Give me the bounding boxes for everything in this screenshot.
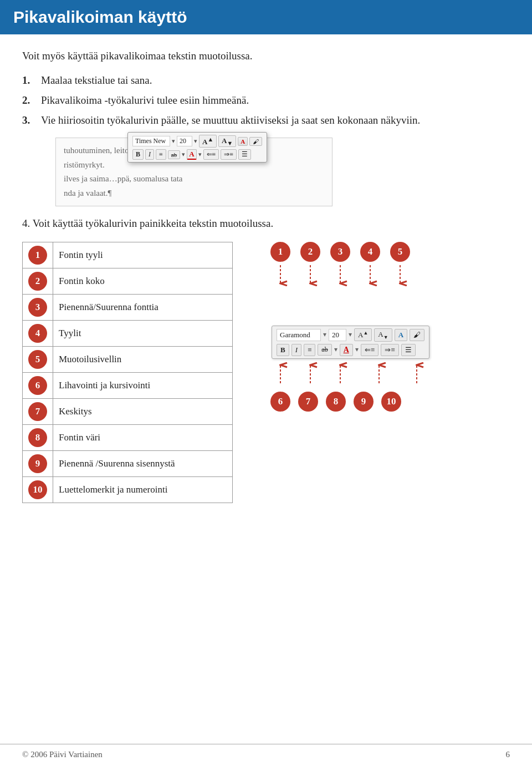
list-btn[interactable]: ☰ [238,149,251,160]
row-badge: 3 [23,295,53,321]
strikethrough-btn[interactable]: ab [168,150,180,159]
font-color-a-btn[interactable]: A [187,149,196,160]
t2-align-btn[interactable]: ≡ [304,344,315,356]
row-label: Muotoilusivellin [53,347,233,373]
table-row: 6Lihavointi ja kursivointi [23,373,233,399]
toolbar2-row1: Garamond ▾ 20 ▾ A▲ A▼ A 🖌 [277,328,424,342]
table-row: 9Pienennä /Suurenna sisennystä [23,451,233,477]
table-row: 8Fontin väri [23,425,233,451]
row-badge: 4 [23,321,53,347]
row-badge: 6 [23,373,53,399]
t2-list-btn[interactable]: ☰ [401,344,416,356]
align-btn[interactable]: ≡ [156,149,166,160]
step-2: 2. Pikavalikoima -työkalurivi tulee esii… [22,94,510,106]
annot-badge-3: 3 [330,242,350,262]
t2-grow-btn[interactable]: A▲ [354,328,372,341]
doc-line-4: nda ja valaat.¶ [64,186,324,201]
top-badges-row: 12345 [270,242,510,262]
format-btn[interactable]: 🖌 [249,137,262,146]
table-row: 2Fontin koko [23,268,233,295]
annot-badge-8: 8 [326,392,346,412]
page-content: Voit myös käyttää pikavalikoimaa tekstin… [0,50,532,536]
row-badge: 8 [23,425,53,451]
t2-strike-btn[interactable]: ab [318,344,331,356]
table-row: 4Tyylit [23,321,233,347]
annot-badge-10: 10 [381,392,401,412]
text-color-btn[interactable]: A [238,137,248,146]
badge-number: 2 [28,272,47,291]
demo-area: tuhoutuminen, leiton kuvuna, salanat ris… [55,138,332,206]
badge-number: 3 [28,298,47,317]
badge-number: 10 [28,480,47,499]
annot-badge-7: 7 [298,392,318,412]
indent-inc-btn[interactable]: ⇒≡ [221,149,237,160]
row-badge: 1 [23,242,53,268]
row-badge: 2 [23,268,53,295]
step-3: 3. Vie hiiriosoitin työkalurivin päälle,… [22,114,510,126]
bottom-badges-row: 678910 [270,392,510,412]
page-footer: © 2006 Päivi Vartiainen 6 [0,744,532,765]
toolbar2-font-size: 20 [329,329,346,341]
table-row: 3Pienennä/Suurenna fonttia [23,295,233,321]
t2-fontcolor-btn[interactable]: A [340,344,353,356]
t2-bold-btn[interactable]: B [277,344,289,356]
row-label: Fontin tyyli [53,242,233,268]
annot-badge-5: 5 [390,242,410,262]
t2-shrink-btn[interactable]: A▼ [374,328,392,342]
row-label: Luettelomerkit ja numerointi [53,477,233,503]
indent-dec-btn[interactable]: ⇐≡ [203,149,219,160]
badge-number: 9 [28,454,47,473]
annot-badge-1: 1 [270,242,290,262]
step-2-text: Pikavalikoima -työkalurivi tulee esiin h… [41,94,249,106]
badge-number: 4 [28,324,47,343]
toolbar-row2: B I ≡ ab ▾ A ▾ ⇐≡ ⇒≡ ☰ [132,149,262,160]
row-label: Fontin väri [53,425,233,451]
shrink-font-btn[interactable]: A▼ [218,135,236,148]
step-1-num: 1. [22,74,38,87]
step-3-text: Vie hiiriosoitin työkalurivin päälle, se… [41,114,420,126]
badge-number: 8 [28,428,47,447]
badge-number: 7 [28,402,47,421]
t2-paint-btn[interactable]: 🖌 [410,329,424,341]
step-1-text: Maalaa tekstialue tai sana. [41,74,152,87]
page-header: Pikavalikoiman käyttö [0,0,532,34]
grow-font-btn[interactable]: A▲ [199,135,217,148]
main-two-col: 1Fontin tyyli2Fontin koko3Pienennä/Suure… [22,242,510,503]
annotated-toolbar: Garamond ▾ 20 ▾ A▲ A▼ A 🖌 B I ≡ ab ▾ A ▾ [272,326,429,359]
row-badge: 5 [23,347,53,373]
t2-color-btn[interactable]: A [395,329,407,341]
step-2-num: 2. [22,94,38,106]
badge-number: 1 [28,246,47,265]
up-arrows-svg [270,362,492,384]
toolbar2-row2: B I ≡ ab ▾ A ▾ ⇐≡ ⇒≡ ☰ [277,344,424,356]
badge-number: 6 [28,376,47,395]
table-row: 7Keskitys [23,399,233,425]
doc-line-3: ilves ja saima…ppä, suomalusa tata [64,172,324,186]
intro-paragraph: Voit myös käyttää pikavalikoimaa tekstin… [22,50,510,62]
table-row: 1Fontin tyyli [23,242,233,268]
badge-number: 5 [28,350,47,369]
footer-copyright: © 2006 Päivi Vartiainen [22,750,103,759]
floating-mini-toolbar: Times New ▾ 20 ▾ A▲ A▼ A 🖌 B I ≡ ab ▾ A … [127,132,267,163]
row-label: Pienennä /Suurenna sisennystä [53,451,233,477]
italic-btn[interactable]: I [145,149,154,160]
step-3-num: 3. [22,114,38,126]
row-label: Pienennä/Suurenna fonttia [53,295,233,321]
toolbar-row1: Times New ▾ 20 ▾ A▲ A▼ A 🖌 [132,135,262,148]
t2-indent-inc-btn[interactable]: ⇒≡ [381,344,398,356]
bold-btn[interactable]: B [132,149,144,160]
row-badge: 9 [23,451,53,477]
table-row: 10Luettelomerkit ja numerointi [23,477,233,503]
annot-badge-4: 4 [360,242,380,262]
footer-page-num: 6 [506,750,510,759]
right-annotation: 12345 [255,242,510,464]
t2-indent-dec-btn[interactable]: ⇐≡ [361,344,378,356]
down-arrows-svg [270,264,453,286]
row-label: Lihavointi ja kursivointi [53,373,233,399]
toolbar2-font-name: Garamond [277,329,321,341]
t2-italic-btn[interactable]: I [291,344,301,356]
annot-badge-6: 6 [270,392,290,412]
row-label: Keskitys [53,399,233,425]
toolbar-font-size: 20 [177,136,192,146]
annot-badge-2: 2 [300,242,320,262]
